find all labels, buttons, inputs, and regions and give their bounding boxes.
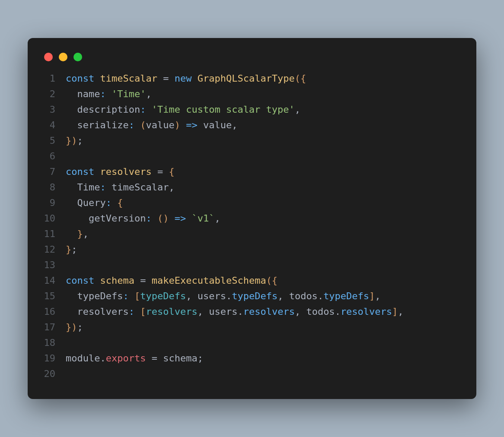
line-number: 4 xyxy=(43,117,66,133)
code-content: const schema = makeExecutableSchema({ xyxy=(66,273,278,288)
code-line: 15 typeDefs: [typeDefs, users.typeDefs, … xyxy=(43,288,461,304)
code-line: 1const timeScalar = new GraphQLScalarTyp… xyxy=(43,71,461,86)
code-line: 9 Query: { xyxy=(43,195,461,211)
line-number: 19 xyxy=(43,351,66,366)
code-content xyxy=(66,257,71,273)
code-content: const timeScalar = new GraphQLScalarType… xyxy=(66,71,306,86)
code-content xyxy=(66,335,71,351)
line-number: 1 xyxy=(43,71,66,86)
code-line: 20 xyxy=(43,366,461,382)
code-line: 3 description: 'Time custom scalar type'… xyxy=(43,102,461,117)
line-number: 17 xyxy=(43,320,66,335)
code-content xyxy=(66,366,71,382)
line-number: 16 xyxy=(43,304,66,320)
code-content: getVersion: () => `v1`, xyxy=(66,211,220,226)
line-number: 14 xyxy=(43,273,66,288)
code-content: }); xyxy=(66,133,83,149)
code-line: 16 resolvers: [resolvers, users.resolver… xyxy=(43,304,461,320)
titlebar xyxy=(43,50,461,71)
code-line: 13 xyxy=(43,257,461,273)
close-icon[interactable] xyxy=(44,53,53,61)
code-content: }, xyxy=(66,226,89,242)
line-number: 13 xyxy=(43,257,66,273)
code-line: 2 name: 'Time', xyxy=(43,86,461,102)
code-content: Time: timeScalar, xyxy=(66,180,175,195)
line-number: 12 xyxy=(43,242,66,257)
code-line: 8 Time: timeScalar, xyxy=(43,180,461,195)
line-number: 18 xyxy=(43,335,66,351)
line-number: 15 xyxy=(43,288,66,304)
code-content: Query: { xyxy=(66,195,123,211)
code-area: 1const timeScalar = new GraphQLScalarTyp… xyxy=(43,71,461,382)
code-line: 4 serialize: (value) => value, xyxy=(43,117,461,133)
line-number: 8 xyxy=(43,180,66,195)
code-content: }; xyxy=(66,242,77,257)
code-line: 10 getVersion: () => `v1`, xyxy=(43,211,461,226)
code-line: 5}); xyxy=(43,133,461,149)
code-line: 11 }, xyxy=(43,226,461,242)
code-line: 18 xyxy=(43,335,461,351)
code-line: 6 xyxy=(43,149,461,164)
line-number: 20 xyxy=(43,366,66,382)
code-content: resolvers: [resolvers, users.resolvers, … xyxy=(66,304,404,320)
zoom-icon[interactable] xyxy=(73,53,82,61)
editor-window: 1const timeScalar = new GraphQLScalarTyp… xyxy=(28,38,476,399)
line-number: 11 xyxy=(43,226,66,242)
line-number: 5 xyxy=(43,133,66,149)
code-line: 14const schema = makeExecutableSchema({ xyxy=(43,273,461,288)
minimize-icon[interactable] xyxy=(59,53,67,61)
code-content: }); xyxy=(66,320,83,335)
code-content: module.exports = schema; xyxy=(66,351,203,366)
line-number: 10 xyxy=(43,211,66,226)
code-content xyxy=(66,149,71,164)
code-line: 19module.exports = schema; xyxy=(43,351,461,366)
line-number: 2 xyxy=(43,86,66,102)
code-line: 7const resolvers = { xyxy=(43,164,461,180)
line-number: 9 xyxy=(43,195,66,211)
code-content: description: 'Time custom scalar type', xyxy=(66,102,300,117)
line-number: 7 xyxy=(43,164,66,180)
code-content: typeDefs: [typeDefs, users.typeDefs, tod… xyxy=(66,288,381,304)
line-number: 3 xyxy=(43,102,66,117)
code-content: serialize: (value) => value, xyxy=(66,117,237,133)
code-line: 12}; xyxy=(43,242,461,257)
code-line: 17}); xyxy=(43,320,461,335)
line-number: 6 xyxy=(43,149,66,164)
code-content: name: 'Time', xyxy=(66,86,152,102)
code-content: const resolvers = { xyxy=(66,164,175,180)
